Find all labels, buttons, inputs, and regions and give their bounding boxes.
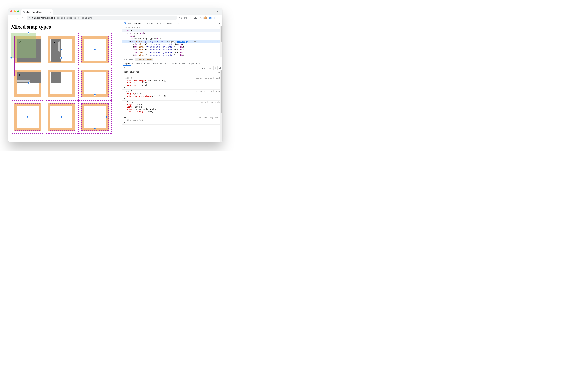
dom-gallery-selected[interactable]: ⋯ ▾<div class="gallery grid both"> grid … bbox=[122, 40, 222, 43]
item-a: A bbox=[17, 39, 41, 62]
dom-head[interactable]: ▸<head>…</head> bbox=[122, 32, 222, 35]
device-icon[interactable] bbox=[178, 16, 183, 20]
close-window-button[interactable] bbox=[10, 10, 12, 12]
hov-toggle[interactable]: :hov bbox=[201, 66, 207, 70]
profile-paused-pill[interactable]: Paused bbox=[203, 16, 216, 20]
paused-label: Paused bbox=[208, 17, 215, 19]
dom-child[interactable]: <div class="item snap-align-center">E</d… bbox=[122, 54, 222, 56]
svg-rect-5 bbox=[186, 17, 187, 18]
chrome-menu-button[interactable]: ⋮ bbox=[216, 16, 221, 20]
breadcrumb-item[interactable]: html bbox=[124, 58, 127, 61]
kebab-icon[interactable]: ⋮ bbox=[213, 21, 217, 26]
source-link[interactable]: css-scroll-snap.html:4 bbox=[197, 101, 221, 103]
rule-both[interactable]: css-scroll-snap.html:29 .both { scroll-s… bbox=[122, 76, 222, 90]
dom-html-open[interactable]: <html> bbox=[122, 29, 222, 32]
browser-tab[interactable]: Scroll Snap Demo ✕ bbox=[21, 9, 53, 15]
new-tab-button[interactable]: ＋ bbox=[54, 10, 59, 14]
back-button[interactable] bbox=[10, 16, 14, 20]
new-rule-icon[interactable]: ＋ bbox=[213, 66, 217, 70]
dom-child[interactable]: <div class="item snap-align-center">D</d… bbox=[122, 51, 222, 54]
rule-grid[interactable]: css-scroll-snap.html:15 .grid { display:… bbox=[122, 90, 222, 101]
dom-child[interactable]: <div class="item snap-align-center">B</d… bbox=[122, 46, 222, 49]
scrollbar-vertical[interactable] bbox=[220, 70, 222, 142]
subtab-listeners[interactable]: Event Listeners bbox=[152, 61, 168, 66]
tab-elements[interactable]: Elements bbox=[132, 21, 144, 26]
grid-cell bbox=[78, 67, 112, 100]
grid-badge[interactable]: grid bbox=[169, 41, 175, 43]
grid-cell bbox=[45, 67, 78, 100]
expand-icon[interactable]: ▸ bbox=[136, 108, 137, 110]
snap-point-indicator bbox=[105, 116, 107, 118]
window-controls bbox=[10, 10, 19, 12]
svg-rect-6 bbox=[184, 18, 185, 19]
breadcrumb-item[interactable]: body bbox=[129, 58, 133, 61]
subtab-dombp[interactable]: DOM Breakpoints bbox=[168, 61, 187, 66]
tab-list-button[interactable]: ⌄ bbox=[217, 10, 220, 13]
svg-rect-12 bbox=[219, 68, 220, 68]
color-swatch-icon[interactable] bbox=[149, 108, 151, 110]
computed-panel-icon[interactable] bbox=[217, 66, 221, 70]
dom-child[interactable]: <div class="item snap-align-start">A</di… bbox=[122, 43, 222, 46]
device-toggle-icon[interactable] bbox=[127, 21, 132, 26]
item-d: D bbox=[17, 72, 41, 83]
styles-pane[interactable]: AA element.style { } css-scroll-snap.htm… bbox=[122, 70, 222, 142]
breadcrumb-item-selected[interactable]: div.gallery.grid.both bbox=[135, 58, 153, 61]
gear-icon[interactable] bbox=[209, 21, 213, 26]
address-bar[interactable]: mathiasbynens.github.io/css-dbg-stories/… bbox=[27, 16, 177, 20]
extensions-icon[interactable] bbox=[193, 16, 198, 20]
expand-icon[interactable]: ▸ bbox=[146, 111, 147, 113]
inspect-icon[interactable] bbox=[123, 21, 127, 26]
close-tab-icon[interactable]: ✕ bbox=[49, 11, 51, 13]
tab-console[interactable]: Console bbox=[144, 21, 155, 26]
scroll-snap-badge[interactable]: scroll-snap bbox=[177, 41, 188, 43]
svg-point-10 bbox=[210, 23, 211, 24]
rule-element-style[interactable]: AA element.style { } bbox=[122, 70, 222, 76]
close-devtools-icon[interactable]: ✕ bbox=[217, 21, 222, 26]
cls-toggle[interactable]: .cls bbox=[207, 66, 213, 70]
tabs-overflow-icon[interactable]: » bbox=[176, 21, 181, 26]
source-link: user agent stylesheet bbox=[198, 117, 221, 119]
rule-gallery[interactable]: css-scroll-snap.html:4 .gallery { height… bbox=[122, 101, 222, 116]
svg-rect-11 bbox=[219, 67, 220, 69]
toolbar: mathiasbynens.github.io/css-dbg-stories/… bbox=[8, 15, 222, 21]
item-e: E bbox=[51, 72, 61, 83]
grid-cell bbox=[78, 100, 112, 134]
content-area: Mixed snap types A B D E bbox=[8, 21, 222, 142]
subtab-styles[interactable]: Styles bbox=[123, 61, 131, 66]
ellipsis-icon[interactable]: ⋯ bbox=[122, 41, 123, 43]
browser-window: Scroll Snap Demo ✕ ＋ ⌄ mathiasbynens.git… bbox=[8, 8, 222, 142]
lock-icon bbox=[28, 17, 31, 19]
rule-div-ua[interactable]: user agent stylesheet div { display: blo… bbox=[122, 116, 222, 125]
reload-button[interactable] bbox=[21, 16, 26, 20]
scrollbar-vertical[interactable] bbox=[220, 26, 222, 57]
styles-filter-row: :hov .cls ＋ bbox=[122, 66, 222, 70]
subtabs-overflow-icon[interactable]: » bbox=[199, 62, 200, 65]
dom-doctype[interactable]: <!DOCTYPE html> bbox=[122, 27, 222, 29]
devtools-panel: Elements Console Sources Network » ⋮ ✕ <… bbox=[122, 21, 222, 142]
source-link[interactable]: css-scroll-snap.html:29 bbox=[196, 77, 221, 79]
bookmark-icon[interactable]: ☆ bbox=[188, 16, 193, 20]
url-path: /css-dbg-stories/css-scroll-snap.html bbox=[56, 17, 92, 19]
styles-filter-input[interactable] bbox=[123, 67, 201, 69]
grid-cell bbox=[45, 33, 78, 66]
source-link[interactable]: css-scroll-snap.html:15 bbox=[196, 90, 221, 92]
maximize-window-button[interactable] bbox=[17, 10, 19, 12]
item-b: B bbox=[51, 39, 61, 62]
subtab-props[interactable]: Properties bbox=[187, 61, 199, 66]
minimize-window-button[interactable] bbox=[14, 10, 16, 12]
dom-tree[interactable]: <!DOCTYPE html> <html> ▸<head>…</head> ▾… bbox=[122, 26, 222, 57]
qr-icon[interactable] bbox=[183, 16, 188, 20]
snap-point-indicator bbox=[94, 127, 96, 129]
forward-button[interactable] bbox=[15, 16, 20, 20]
labs-icon[interactable] bbox=[198, 16, 203, 20]
page-title: Mixed snap types bbox=[11, 24, 119, 30]
tab-sources[interactable]: Sources bbox=[155, 21, 166, 26]
subtab-layout[interactable]: Layout bbox=[143, 61, 152, 66]
subtab-computed[interactable]: Computed bbox=[131, 61, 143, 66]
dom-body-open[interactable]: ▾<body> bbox=[122, 35, 222, 38]
tab-network[interactable]: Network bbox=[166, 21, 176, 26]
breadcrumb: html body div.gallery.grid.both bbox=[122, 57, 222, 61]
dom-h3[interactable]: <h3>Mixed snap types</h3> bbox=[122, 38, 222, 40]
dom-child[interactable]: <div class="item snap-align-center">C</d… bbox=[122, 49, 222, 51]
url-host: mathiasbynens.github.io bbox=[32, 17, 55, 19]
